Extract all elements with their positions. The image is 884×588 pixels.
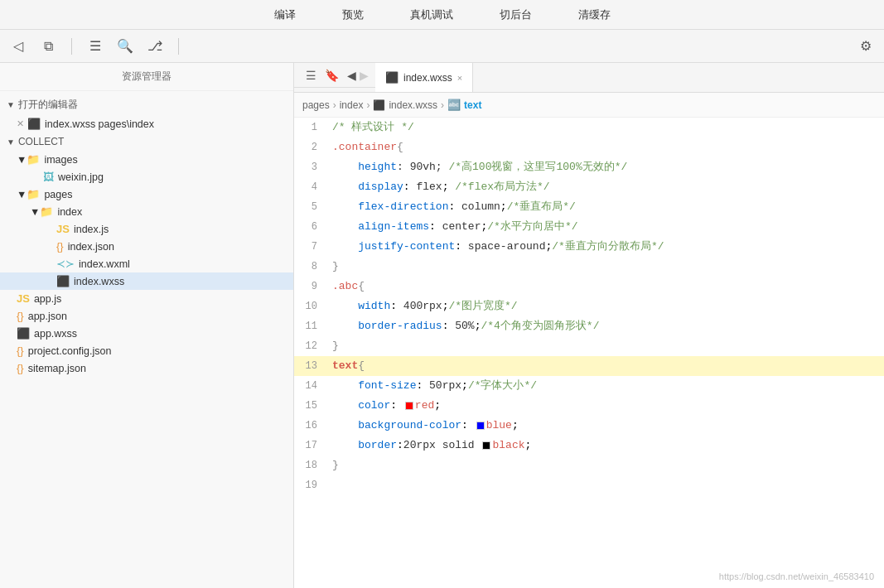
breadcrumb-sep3: › — [441, 99, 444, 111]
branch-icon[interactable]: ⎇ — [145, 36, 165, 56]
index-json-name: index.json — [68, 241, 114, 253]
fwd-nav-icon[interactable]: ▶ — [360, 69, 369, 82]
tab-close-button[interactable]: × — [457, 73, 462, 83]
search-icon[interactable]: 🔍 — [115, 36, 135, 56]
project-json-name: project.config.json — [28, 345, 112, 357]
image-file-icon: 🖼 — [43, 171, 54, 183]
tab-bar: ☰ 🔖 ◀ ▶ ⬛ index.wxss × — [294, 63, 884, 93]
app-wxss-icon: ⬛ — [17, 327, 30, 340]
index-folder-name: index — [57, 206, 82, 218]
line-num-15: 15 — [294, 397, 329, 415]
pages-folder-icon: 📁 — [27, 188, 40, 200]
images-folder[interactable]: ▼ 📁 images — [0, 151, 293, 168]
line-num-10: 10 — [294, 297, 329, 316]
sitemap-json[interactable]: {} sitemap.json — [0, 359, 293, 377]
close-file-icon[interactable]: ✕ — [17, 118, 24, 129]
menu-preview[interactable]: 预览 — [336, 4, 370, 26]
line-num-19: 19 — [294, 476, 329, 494]
index-js[interactable]: JS index.js — [0, 220, 293, 238]
index-json[interactable]: {} index.json — [0, 238, 293, 255]
menu-device-debug[interactable]: 真机调试 — [403, 4, 460, 26]
arrow-icon: ▼ — [7, 100, 15, 109]
app-js[interactable]: JS app.js — [0, 290, 293, 307]
menu-switch-background[interactable]: 切后台 — [493, 4, 539, 26]
line-content-13: text{ — [329, 357, 884, 375]
app-json-name: app.json — [28, 311, 67, 322]
code-line-14: 14 font-size: 50rpx;/*字体大小*/ — [294, 376, 884, 396]
line-content-18: } — [329, 456, 884, 475]
index-wxss[interactable]: ⬛ index.wxss — [0, 272, 293, 290]
line-content-6: align-items: center;/*水平方向居中*/ — [329, 218, 884, 236]
line-num-17: 17 — [294, 436, 329, 455]
code-line-4: 4 display: flex; /*flex布局方法*/ — [294, 177, 884, 197]
images-folder-name: images — [44, 154, 77, 166]
line-content-4: display: flex; /*flex布局方法*/ — [329, 178, 884, 196]
hamburger-icon[interactable]: ☰ — [301, 69, 321, 82]
bookmark-icon[interactable]: 🔖 — [325, 69, 339, 82]
line-num-14: 14 — [294, 377, 329, 395]
line-num-9: 9 — [294, 277, 329, 296]
settings-icon[interactable]: ⚙ — [856, 36, 876, 56]
app-json[interactable]: {} app.json — [0, 307, 293, 325]
line-content-11: border-radius: 50%;/*4个角变为圆角形状*/ — [329, 317, 884, 335]
back-nav-icon[interactable]: ◀ — [347, 69, 356, 82]
breadcrumb-icon-text: 🔤 — [447, 99, 461, 111]
code-line-5: 5 flex-direction: column;/*垂直布局*/ — [294, 197, 884, 217]
pages-folder-name: pages — [44, 189, 72, 200]
split-icon[interactable]: ⧉ — [38, 36, 58, 56]
open-editors-section[interactable]: ▼ 打开的编辑器 — [0, 94, 293, 115]
wxss-file-icon2: ⬛ — [56, 275, 70, 287]
toolbar-separator2 — [178, 38, 179, 55]
line-num-8: 8 — [294, 258, 329, 276]
weixin-jpg[interactable]: 🖼 weixin.jpg — [0, 168, 293, 186]
line-content-14: font-size: 50rpx;/*字体大小*/ — [329, 377, 884, 395]
code-line-1: 1 /* 样式设计 */ — [294, 118, 884, 137]
open-file-name: index.wxss pages\index — [45, 118, 154, 130]
code-line-15: 15 color: red; — [294, 396, 884, 416]
menu-compile[interactable]: 编译 — [268, 4, 302, 26]
toolbar: ◁ ⧉ ☰ 🔍 ⎇ ⚙ — [0, 30, 884, 63]
code-line-8: 8 } — [294, 257, 884, 277]
line-num-7: 7 — [294, 238, 329, 256]
list-icon[interactable]: ☰ — [85, 36, 105, 56]
menu-clear-cache[interactable]: 清缓存 — [572, 4, 617, 26]
code-editor[interactable]: 1 /* 样式设计 */ 2 .container{ 3 height: 90v… — [294, 118, 884, 588]
index-wxml[interactable]: ≺≻ index.wxml — [0, 255, 293, 272]
code-line-2: 2 .container{ — [294, 137, 884, 157]
images-arrow-icon: ▼ — [17, 154, 27, 166]
file-tree: ▼ 打开的编辑器 ✕ ⬛ index.wxss pages\index ▼ CO… — [0, 91, 293, 588]
line-content-16: background-color: blue; — [329, 417, 884, 435]
open-file-item[interactable]: ✕ ⬛ index.wxss pages\index — [0, 115, 293, 133]
collect-section[interactable]: ▼ COLLECT — [0, 133, 293, 151]
breadcrumb-file: index.wxss — [389, 99, 437, 111]
color-black-box — [482, 441, 490, 450]
line-content-9: .abc{ — [329, 277, 884, 296]
main-area: 资源管理器 ▼ 打开的编辑器 ✕ ⬛ index.wxss pages\inde… — [0, 63, 884, 588]
line-num-11: 11 — [294, 317, 329, 335]
pages-folder[interactable]: ▼ 📁 pages — [0, 186, 293, 203]
app-js-name: app.js — [34, 293, 61, 305]
index-arrow-icon: ▼ — [30, 206, 40, 218]
project-config-json[interactable]: {} project.config.json — [0, 342, 293, 359]
line-num-3: 3 — [294, 158, 329, 176]
line-num-2: 2 — [294, 138, 329, 157]
line-content-5: flex-direction: column;/*垂直布局*/ — [329, 198, 884, 216]
line-content-1: /* 样式设计 */ — [329, 118, 884, 137]
pages-arrow-icon: ▼ — [17, 189, 27, 200]
app-wxss[interactable]: ⬛ app.wxss — [0, 325, 293, 342]
line-content-2: .container{ — [329, 138, 884, 157]
line-num-4: 4 — [294, 178, 329, 196]
index-folder[interactable]: ▼ 📁 index — [0, 203, 293, 220]
collect-arrow-icon: ▼ — [7, 137, 15, 147]
code-lines: 1 /* 样式设计 */ 2 .container{ 3 height: 90v… — [294, 118, 884, 495]
editor-tab[interactable]: ⬛ index.wxss × — [375, 63, 473, 92]
index-wxml-name: index.wxml — [79, 258, 130, 270]
line-num-1: 1 — [294, 118, 329, 137]
breadcrumb: pages › index › ⬛ index.wxss › 🔤 text — [294, 93, 884, 118]
collapse-icon[interactable]: ◁ — [8, 36, 28, 56]
code-line-18: 18 } — [294, 455, 884, 475]
line-content-7: justify-content: space-around;/*垂直方向分散布局… — [329, 238, 884, 256]
index-wxss-name: index.wxss — [74, 276, 124, 287]
json-file-icon: {} — [56, 240, 64, 253]
line-content-3: height: 90vh; /*高100视窗，这里写100%无效的*/ — [329, 158, 884, 176]
